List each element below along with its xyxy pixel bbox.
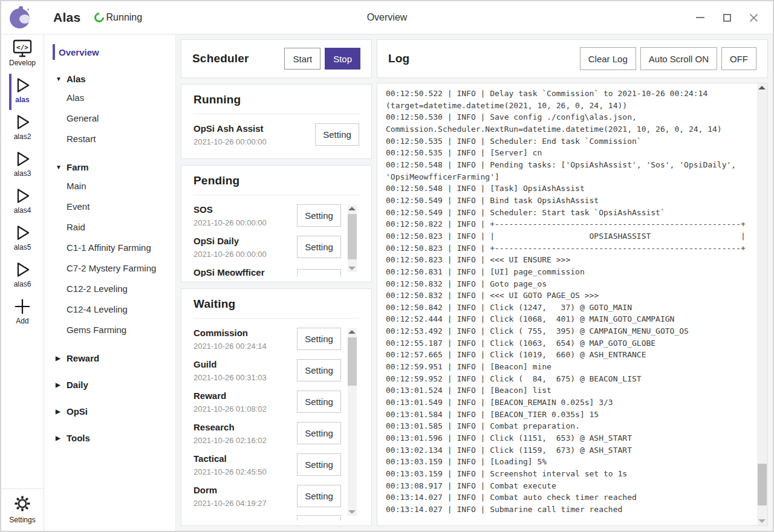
- play-icon: [12, 186, 33, 206]
- task-time: 2021-10-26 00:00:00: [194, 250, 292, 259]
- rail-item-label: alas4: [14, 206, 31, 215]
- log-line: 00:12:50.842 | INFO | Click (1247, 37) @…: [386, 302, 740, 314]
- menu-sections: ▼AlasAlasGeneralRestart▼FarmMainEventRai…: [44, 70, 175, 447]
- task-info: SOS2021-10-26 00:00:00: [194, 203, 297, 227]
- task-name: Dorm: [194, 484, 292, 496]
- menu-item-general[interactable]: General: [44, 108, 175, 129]
- menu-item-restart[interactable]: Restart: [44, 129, 175, 149]
- menu-item-main[interactable]: Main: [44, 176, 175, 196]
- task-row: OpSi Meowfficer FarmingSetting: [194, 266, 341, 277]
- menu-item-c12-2-leveling[interactable]: C12-2 Leveling: [44, 279, 175, 299]
- pending-scrollbar[interactable]: [348, 205, 357, 272]
- log-line: 00:12:59.952 | INFO | Click ( 84, 675) @…: [386, 373, 740, 385]
- menu-section-label: Alas: [67, 74, 86, 84]
- task-row: Research2021-10-26 02:16:02Setting: [194, 421, 341, 445]
- rail-item-add[interactable]: Add: [9, 297, 36, 331]
- menu-item-c7-2-mystery-farming[interactable]: C7-2 Mystery Farming: [44, 258, 175, 279]
- stop-button[interactable]: Stop: [325, 48, 360, 70]
- start-button[interactable]: Start: [284, 48, 320, 70]
- waiting-scrollbar[interactable]: [348, 328, 357, 516]
- log-panel[interactable]: 00:12:50.522 | INFO | Delay task `Commis…: [377, 83, 768, 526]
- setting-button[interactable]: Setting: [297, 485, 341, 507]
- rail-item-alas5[interactable]: alas5: [9, 223, 36, 257]
- rail-item-alas6[interactable]: alas6: [9, 260, 36, 294]
- menu-section-alas[interactable]: ▼Alas: [44, 70, 175, 88]
- auto-scroll-on-button[interactable]: Auto Scroll ON: [640, 47, 717, 70]
- setting-button[interactable]: Setting: [297, 359, 341, 381]
- log-line: 00:12:50.823 | INFO | | OPSIASHASSIST |: [386, 230, 740, 242]
- waiting-card: Waiting Commission2021-10-26 00:24:14Set…: [181, 288, 372, 526]
- titlebar: Alas Running Overview: [1, 1, 773, 34]
- menu-section-daily[interactable]: ▶Daily: [44, 375, 175, 394]
- log-line: 00:12:50.522 | INFO | Delay task `Commis…: [386, 88, 740, 100]
- menu-section-tools[interactable]: ▶Tools: [44, 429, 175, 447]
- scroll-up-icon[interactable]: [758, 86, 766, 89]
- menu-section-reward[interactable]: ▶Reward: [44, 349, 175, 367]
- menu-item-alas[interactable]: Alas: [44, 88, 175, 108]
- triangle-right-icon: ▶: [56, 435, 67, 441]
- task-info: Tactical2021-10-26 02:45:50: [194, 452, 297, 476]
- setting-button[interactable]: Setting: [297, 204, 341, 227]
- pending-title: Pending: [194, 174, 359, 195]
- window-controls: [695, 13, 773, 22]
- rail-item-develop[interactable]: </>Develop: [9, 39, 36, 73]
- scroll-up-icon[interactable]: [348, 330, 356, 334]
- setting-button[interactable]: Setting: [297, 422, 341, 444]
- scrollbar-thumb[interactable]: [758, 464, 767, 505]
- menu-section-opsi[interactable]: ▶OpSi: [44, 402, 175, 420]
- menu-item-gems-farming[interactable]: Gems Farming: [44, 320, 175, 340]
- task-info: Guild2021-10-26 00:31:03: [194, 358, 297, 382]
- log-scrollbar[interactable]: [757, 83, 767, 525]
- menu-item-raid[interactable]: Raid: [44, 217, 175, 238]
- setting-button[interactable]: Setting: [297, 515, 341, 521]
- plus-icon: [12, 297, 33, 316]
- app-title: Alas: [53, 10, 81, 25]
- minimize-button[interactable]: [695, 13, 705, 22]
- task-info: OpSi Ash Assist2021-10-26 00:00:00: [194, 122, 315, 146]
- scroll-down-icon[interactable]: [348, 510, 356, 514]
- waiting-title: Waiting: [194, 297, 359, 319]
- scheduler-buttons: Start Stop: [284, 48, 360, 70]
- triangle-right-icon: ▶: [56, 381, 67, 388]
- log-line: 00:13:14.027 | INFO | Combat auto check …: [386, 491, 740, 504]
- menu-item-overview[interactable]: Overview: [44, 43, 175, 61]
- alas-logo-icon: [9, 5, 33, 30]
- log-content: 00:12:50.522 | INFO | Delay task `Commis…: [386, 88, 740, 516]
- scrollbar-thumb[interactable]: [348, 337, 357, 386]
- task-row: Reward2021-10-26 01:08:02Setting: [194, 389, 341, 414]
- task-time: 2021-10-26 04:19:27: [194, 499, 292, 508]
- scroll-down-icon[interactable]: [348, 267, 356, 270]
- rail-item-alas4[interactable]: alas4: [9, 186, 36, 220]
- menu-item-c1-1-affinity-farming[interactable]: C1-1 Affinity Farming: [44, 238, 175, 258]
- scheduler-card: Scheduler Start Stop: [181, 39, 372, 78]
- scrollbar-thumb[interactable]: [348, 214, 357, 259]
- close-button[interactable]: [749, 13, 758, 22]
- maximize-button[interactable]: [722, 13, 732, 22]
- rail-item-label: Develop: [9, 59, 36, 67]
- setting-button[interactable]: Setting: [297, 328, 341, 350]
- setting-button[interactable]: Setting: [297, 391, 341, 413]
- scroll-down-icon[interactable]: [758, 519, 766, 523]
- menu-item-c12-4-leveling[interactable]: C12-4 Leveling: [44, 299, 175, 320]
- clear-log-button[interactable]: Clear Log: [580, 47, 636, 70]
- auto-scroll-off-button[interactable]: OFF: [721, 47, 756, 70]
- setting-button[interactable]: Setting: [297, 269, 341, 277]
- setting-button[interactable]: Setting: [315, 123, 359, 146]
- scheduler-column: Scheduler Start Stop Running OpSi Ash As…: [181, 39, 372, 526]
- setting-button[interactable]: Setting: [297, 453, 341, 476]
- rail-item-alas[interactable]: alas: [9, 76, 36, 109]
- log-line: (target=datetime.datetime(2021, 10, 26, …: [386, 100, 740, 112]
- rail-item-alas3[interactable]: alas3: [9, 149, 36, 183]
- scroll-up-icon[interactable]: [348, 207, 356, 210]
- menu-section-farm[interactable]: ▼Farm: [44, 158, 175, 176]
- task-time: 2021-10-26 00:31:03: [194, 373, 292, 382]
- rail-item-alas2[interactable]: alas2: [9, 112, 36, 146]
- log-line: 00:13:01.524 | INFO | [Beacon] list: [386, 384, 740, 397]
- setting-button[interactable]: Setting: [297, 236, 341, 258]
- menu-item-event[interactable]: Event: [44, 196, 175, 217]
- settings-button[interactable]: Settings: [1, 488, 44, 531]
- log-line: 00:12:50.832 | INFO | Goto page_os: [386, 278, 740, 290]
- rail-item-label: alas2: [14, 132, 31, 141]
- pending-card: Pending SOS2021-10-26 00:00:00SettingOpS…: [181, 165, 372, 282]
- task-row: OpSi Ash Assist2021-10-26 00:00:00Settin…: [194, 122, 359, 146]
